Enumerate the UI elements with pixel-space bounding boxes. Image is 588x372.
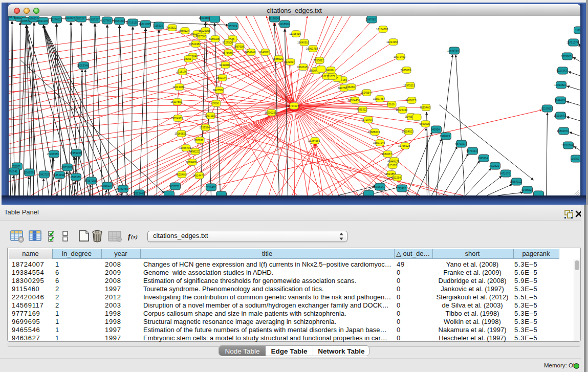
- svg-text:14196141: 14196141: [373, 185, 384, 188]
- svg-text:18724007: 18724007: [287, 104, 298, 107]
- svg-text:15751074: 15751074: [566, 41, 578, 44]
- svg-text:9099489: 9099489: [186, 161, 196, 164]
- svg-text:7632621: 7632621: [489, 164, 499, 167]
- svg-text:15807249: 15807249: [373, 141, 384, 144]
- svg-text:10654112: 10654112: [510, 180, 521, 183]
- svg-text:21072: 21072: [328, 75, 335, 78]
- svg-text:9245652: 9245652: [521, 188, 531, 191]
- svg-text:12505185: 12505185: [69, 176, 80, 179]
- svg-text:9329965: 9329965: [561, 55, 571, 58]
- svg-text:8813054: 8813054: [268, 17, 278, 20]
- svg-text:1527602: 1527602: [101, 19, 111, 22]
- svg-text:20206555: 20206555: [47, 152, 58, 156]
- svg-text:6879197: 6879197: [455, 142, 465, 145]
- svg-text:1527602: 1527602: [50, 18, 60, 21]
- svg-text:15226058: 15226058: [198, 29, 210, 32]
- svg-text:391541: 391541: [9, 170, 17, 173]
- svg-text:19654985: 19654985: [170, 117, 182, 120]
- svg-text:15720407: 15720407: [361, 118, 373, 121]
- svg-text:16210643: 16210643: [553, 114, 565, 117]
- svg-text:12093822: 12093822: [554, 83, 565, 86]
- svg-text:15716485: 15716485: [204, 186, 215, 189]
- svg-text:20053346: 20053346: [76, 64, 88, 67]
- svg-text:11325419: 11325419: [289, 32, 301, 35]
- svg-text:8322037: 8322037: [284, 60, 294, 63]
- svg-text:9227343: 9227343: [556, 69, 567, 72]
- svg-text:10688603: 10688603: [367, 130, 379, 134]
- svg-text:8186328: 8186328: [209, 37, 219, 40]
- svg-text:9657771: 9657771: [169, 185, 179, 188]
- svg-text:17359936: 17359936: [69, 151, 81, 155]
- svg-text:19166825: 19166825: [174, 132, 186, 135]
- svg-text:98961: 98961: [184, 57, 191, 60]
- svg-text:1353594: 1353594: [199, 126, 209, 129]
- svg-text:20691406: 20691406: [36, 19, 48, 23]
- svg-text:16671355: 16671355: [138, 23, 150, 26]
- svg-text:(x): (x): [131, 233, 138, 240]
- svg-text:18300235: 18300235: [264, 111, 276, 114]
- svg-text:16961758: 16961758: [306, 47, 317, 50]
- svg-text:2867608: 2867608: [233, 45, 244, 48]
- svg-text:94028: 94028: [326, 69, 334, 72]
- svg-text:835081: 835081: [11, 165, 20, 168]
- svg-text:10853267: 10853267: [74, 17, 85, 20]
- svg-text:11451194: 11451194: [53, 173, 64, 177]
- svg-text:1903537: 1903537: [64, 16, 75, 19]
- svg-text:10719155: 10719155: [125, 21, 137, 24]
- svg-text:116753: 116753: [571, 157, 579, 160]
- svg-text:7955812: 7955812: [313, 59, 323, 62]
- svg-text:10958137: 10958137: [100, 184, 112, 187]
- svg-text:1362615: 1362615: [297, 65, 307, 69]
- svg-text:16782759: 16782759: [116, 187, 127, 190]
- svg-text:10046796: 10046796: [179, 146, 190, 149]
- svg-text:9463627: 9463627: [405, 99, 416, 102]
- svg-text:9860124: 9860124: [179, 29, 189, 32]
- svg-text:8471676: 8471676: [499, 172, 510, 175]
- svg-text:1244419: 1244419: [554, 99, 564, 102]
- svg-text:9699695: 9699695: [419, 122, 429, 125]
- svg-text:16543382: 16543382: [188, 42, 200, 46]
- svg-text:9327508: 9327508: [222, 41, 232, 44]
- svg-text:887833: 887833: [194, 139, 203, 142]
- svg-text:19756928: 19756928: [398, 144, 409, 147]
- svg-text:14914479: 14914479: [192, 174, 204, 177]
- svg-text:10653267: 10653267: [88, 18, 99, 21]
- svg-text:17016504: 17016504: [561, 144, 573, 147]
- svg-text:6466160: 6466160: [113, 19, 123, 23]
- svg-text:16120746: 16120746: [387, 159, 399, 162]
- svg-text:746266: 746266: [345, 85, 354, 89]
- svg-text:7357224: 7357224: [227, 25, 237, 28]
- svg-text:7515526: 7515526: [153, 24, 163, 27]
- svg-text:8427552: 8427552: [213, 89, 223, 92]
- svg-text:12923446: 12923446: [132, 192, 144, 195]
- svg-text:12975115: 12975115: [403, 84, 415, 87]
- svg-text:2803144: 2803144: [216, 76, 226, 79]
- svg-text:19654923: 19654923: [401, 130, 413, 133]
- svg-text:8938923: 8938923: [440, 135, 450, 138]
- svg-text:3675685: 3675685: [222, 51, 232, 54]
- svg-text:7485063: 7485063: [400, 69, 410, 72]
- svg-text:2935114: 2935114: [477, 157, 488, 160]
- svg-text:7625402: 7625402: [176, 173, 186, 176]
- svg-text:2687682: 2687682: [365, 18, 376, 21]
- svg-text:9242848: 9242848: [219, 63, 229, 67]
- svg-text:9115460: 9115460: [420, 106, 430, 109]
- svg-text:15892971: 15892971: [556, 129, 568, 133]
- svg-text:19218506: 19218506: [277, 23, 289, 26]
- svg-text:10025433: 10025433: [395, 108, 407, 112]
- svg-text:19975887: 19975887: [60, 166, 72, 169]
- svg-text:8454749: 8454749: [245, 51, 255, 54]
- svg-text:9146821: 9146821: [259, 51, 269, 54]
- svg-text:252254: 252254: [391, 176, 400, 179]
- svg-text:62160: 62160: [387, 103, 395, 106]
- svg-text:1588520: 1588520: [272, 57, 282, 60]
- svg-text:12213967: 12213967: [386, 40, 398, 43]
- svg-text:16033809: 16033809: [198, 16, 210, 19]
- svg-text:16154838: 16154838: [376, 28, 387, 31]
- svg-text:17006: 17006: [211, 102, 219, 105]
- svg-text:1156829: 1156829: [23, 171, 33, 174]
- svg-text:7663822: 7663822: [166, 26, 176, 29]
- svg-text:7986322: 7986322: [356, 108, 366, 111]
- svg-text:20364456: 20364456: [347, 99, 359, 102]
- svg-text:19384554: 19384554: [308, 139, 319, 142]
